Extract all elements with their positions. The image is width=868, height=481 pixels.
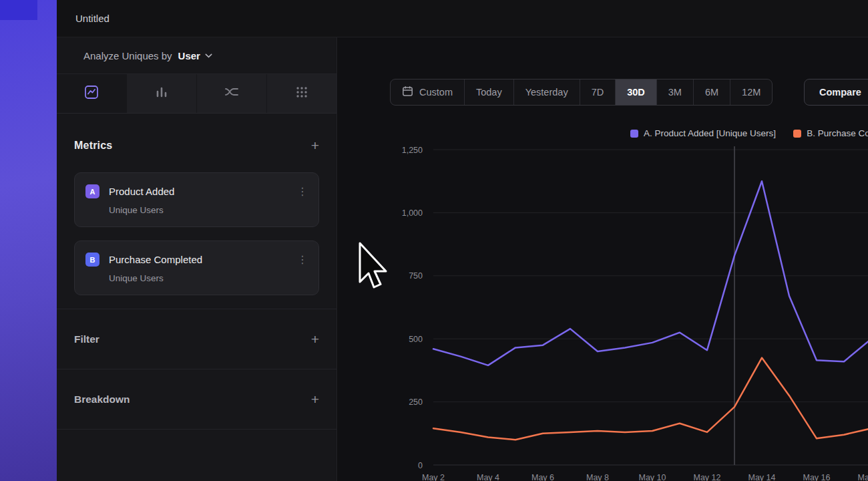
calendar-icon [402,86,413,99]
bar-chart-icon [154,84,170,103]
kebab-menu-icon[interactable]: ⋮ [297,255,308,265]
svg-text:500: 500 [409,335,423,344]
svg-text:May 12: May 12 [694,473,721,481]
metric-row: B Purchase Completed ⋮ [85,253,308,267]
analyze-by-row: Analyze Uniques by User [57,37,337,74]
filter-heading: Filter [74,333,99,345]
metric-row: A Product Added ⋮ [85,184,308,198]
tab-flow[interactable] [197,74,267,113]
metric-card-product-added[interactable]: A Product Added ⋮ Unique Users [74,172,319,227]
metric-badge-a: A [85,184,99,198]
line-chart-icon [83,84,99,103]
metrics-section: Metrics + A Product Added ⋮ Unique Users… [57,139,337,295]
tab-line-chart[interactable] [57,74,127,113]
analyze-by-label: Analyze Uniques by [83,50,172,61]
range-custom-button[interactable]: Custom [391,79,464,105]
legend-label-a: A. Product Added [Unique Users] [644,128,776,138]
svg-text:May 6: May 6 [531,473,554,481]
metrics-heading: Metrics [74,140,112,152]
svg-text:May 8: May 8 [586,473,609,481]
tab-grid[interactable] [267,74,337,113]
section-divider [57,429,337,430]
metric-measurement[interactable]: Unique Users [109,205,308,215]
breakdown-section: Breakdown + [57,369,337,429]
chart-type-tabs [57,74,337,114]
top-bar: Untitled [57,0,868,37]
svg-text:0: 0 [418,461,423,470]
range-today-button[interactable]: Today [464,79,513,105]
analyze-by-value[interactable]: User [178,50,200,61]
metrics-heading-row: Metrics + [74,139,319,152]
legend-item-a[interactable]: A. Product Added [Unique Users] [630,128,776,138]
metric-name[interactable]: Purchase Completed [109,254,288,265]
brand-strip-corner [0,0,37,20]
line-chart[interactable]: 02505007501,0001,250May 2May 4May 6May 8… [338,138,868,481]
svg-text:750: 750 [409,271,423,281]
svg-text:1,000: 1,000 [402,208,423,218]
chart-panel: Custom Today Yesterday 7D 30D 3M 6M 12M … [338,37,868,481]
chart-legend: A. Product Added [Unique Users] B. Purch… [630,128,868,138]
brand-strip [0,0,57,481]
range-yesterday-button[interactable]: Yesterday [513,79,580,105]
metric-name[interactable]: Product Added [109,186,288,197]
chevron-down-icon[interactable] [205,53,212,58]
filter-section: Filter + [57,309,337,369]
range-12m-button[interactable]: 12M [730,79,772,105]
metric-measurement[interactable]: Unique Users [109,273,308,283]
svg-text:May 4: May 4 [477,473,499,481]
svg-text:May 2: May 2 [422,473,445,481]
grid-dots-icon [294,84,310,103]
range-6m-button[interactable]: 6M [693,79,730,105]
svg-text:1,250: 1,250 [402,146,423,155]
svg-text:May 16: May 16 [803,473,831,481]
range-7d-button[interactable]: 7D [580,79,616,105]
report-title[interactable]: Untitled [75,13,110,24]
range-30d-button[interactable]: 30D [615,79,656,105]
kebab-menu-icon[interactable]: ⋮ [297,186,308,197]
add-metric-button[interactable]: + [311,139,319,152]
metric-badge-b: B [85,253,99,267]
range-label: Custom [419,87,453,98]
add-filter-button[interactable]: + [311,333,319,346]
range-3m-button[interactable]: 3M [656,79,693,105]
svg-text:250: 250 [409,397,423,407]
flow-icon [224,84,240,103]
tab-bar-chart[interactable] [127,74,197,113]
compare-button[interactable]: Compare [804,79,868,106]
svg-text:May 10: May 10 [639,473,666,481]
query-sidebar: Analyze Uniques by User [57,37,337,481]
legend-swatch-b [793,130,801,138]
legend-item-b[interactable]: B. Purchase Completed [Unique Users] [793,128,868,138]
svg-text:May 14: May 14 [748,473,776,481]
legend-label-b: B. Purchase Completed [Unique Users] [807,128,868,138]
svg-text:May 18: May 18 [858,473,868,481]
legend-swatch-a [630,130,638,138]
metric-card-purchase-completed[interactable]: B Purchase Completed ⋮ Unique Users [74,240,319,295]
date-range-toolbar: Custom Today Yesterday 7D 30D 3M 6M 12M [390,79,773,106]
breakdown-heading: Breakdown [74,393,130,406]
add-breakdown-button[interactable]: + [311,393,319,406]
